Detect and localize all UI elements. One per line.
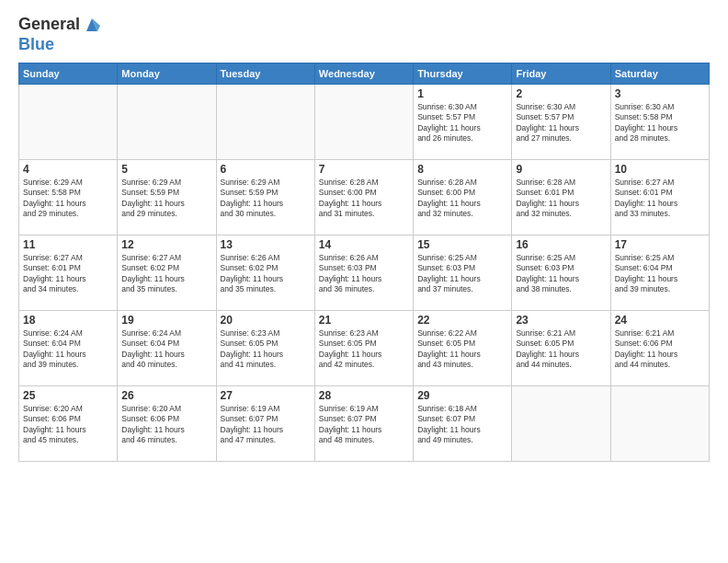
day-info: Sunrise: 6:20 AM Sunset: 6:06 PM Dayligh… xyxy=(121,404,211,446)
day-info: Sunrise: 6:18 AM Sunset: 6:07 PM Dayligh… xyxy=(417,404,507,446)
day-info: Sunrise: 6:30 AM Sunset: 5:57 PM Dayligh… xyxy=(516,102,606,144)
day-info: Sunrise: 6:27 AM Sunset: 6:01 PM Dayligh… xyxy=(23,253,113,295)
day-number: 17 xyxy=(615,238,705,251)
day-cell-27: 27Sunrise: 6:19 AM Sunset: 6:07 PM Dayli… xyxy=(216,385,314,461)
day-cell-9: 9Sunrise: 6:28 AM Sunset: 6:01 PM Daylig… xyxy=(512,159,610,235)
day-cell-13: 13Sunrise: 6:26 AM Sunset: 6:02 PM Dayli… xyxy=(216,235,314,310)
weekday-header-thursday: Thursday xyxy=(414,63,512,84)
day-cell-28: 28Sunrise: 6:19 AM Sunset: 6:07 PM Dayli… xyxy=(314,385,413,461)
weekday-header-monday: Monday xyxy=(118,63,216,84)
day-info: Sunrise: 6:28 AM Sunset: 6:00 PM Dayligh… xyxy=(319,178,409,220)
day-number: 14 xyxy=(319,238,409,251)
day-number: 15 xyxy=(417,238,507,251)
day-number: 20 xyxy=(221,314,311,327)
day-info: Sunrise: 6:20 AM Sunset: 6:06 PM Dayligh… xyxy=(23,404,113,446)
day-info: Sunrise: 6:25 AM Sunset: 6:03 PM Dayligh… xyxy=(516,253,606,295)
day-number: 27 xyxy=(221,389,311,402)
day-cell-23: 23Sunrise: 6:21 AM Sunset: 6:05 PM Dayli… xyxy=(512,310,610,385)
day-number: 21 xyxy=(319,314,409,327)
day-cell-2: 2Sunrise: 6:30 AM Sunset: 5:57 PM Daylig… xyxy=(512,84,610,159)
day-info: Sunrise: 6:23 AM Sunset: 6:05 PM Dayligh… xyxy=(319,328,409,371)
day-cell-16: 16Sunrise: 6:25 AM Sunset: 6:03 PM Dayli… xyxy=(512,235,610,310)
day-number: 25 xyxy=(23,389,113,402)
day-info: Sunrise: 6:28 AM Sunset: 6:00 PM Dayligh… xyxy=(417,178,507,220)
day-cell-11: 11Sunrise: 6:27 AM Sunset: 6:01 PM Dayli… xyxy=(19,235,118,310)
day-number: 28 xyxy=(319,389,409,402)
day-info: Sunrise: 6:27 AM Sunset: 6:01 PM Dayligh… xyxy=(615,178,705,220)
calendar-table: SundayMondayTuesdayWednesdayThursdayFrid… xyxy=(18,63,710,462)
logo-icon xyxy=(82,15,102,35)
day-number: 9 xyxy=(516,163,606,176)
day-cell-3: 3Sunrise: 6:30 AM Sunset: 5:58 PM Daylig… xyxy=(610,84,709,159)
day-info: Sunrise: 6:26 AM Sunset: 6:03 PM Dayligh… xyxy=(319,253,409,295)
empty-cell xyxy=(19,84,118,159)
day-info: Sunrise: 6:28 AM Sunset: 6:01 PM Dayligh… xyxy=(516,178,606,220)
day-cell-24: 24Sunrise: 6:21 AM Sunset: 6:06 PM Dayli… xyxy=(610,310,709,385)
day-info: Sunrise: 6:26 AM Sunset: 6:02 PM Dayligh… xyxy=(221,253,311,295)
page: General Blue SundayMondayTuesdayWednesda… xyxy=(0,0,728,563)
day-info: Sunrise: 6:30 AM Sunset: 5:58 PM Dayligh… xyxy=(615,102,705,144)
day-cell-1: 1Sunrise: 6:30 AM Sunset: 5:57 PM Daylig… xyxy=(414,84,512,159)
day-number: 18 xyxy=(23,314,113,327)
day-info: Sunrise: 6:29 AM Sunset: 5:58 PM Dayligh… xyxy=(23,178,113,220)
empty-cell xyxy=(512,385,610,461)
day-info: Sunrise: 6:24 AM Sunset: 6:04 PM Dayligh… xyxy=(23,328,113,371)
day-number: 19 xyxy=(121,314,211,327)
week-row-1: 1Sunrise: 6:30 AM Sunset: 5:57 PM Daylig… xyxy=(19,84,710,159)
day-info: Sunrise: 6:23 AM Sunset: 6:05 PM Dayligh… xyxy=(221,328,311,371)
day-info: Sunrise: 6:25 AM Sunset: 6:04 PM Dayligh… xyxy=(615,253,705,295)
week-row-2: 4Sunrise: 6:29 AM Sunset: 5:58 PM Daylig… xyxy=(19,159,710,235)
weekday-header-sunday: Sunday xyxy=(19,63,118,84)
day-number: 10 xyxy=(615,163,705,176)
day-cell-18: 18Sunrise: 6:24 AM Sunset: 6:04 PM Dayli… xyxy=(19,310,118,385)
day-info: Sunrise: 6:25 AM Sunset: 6:03 PM Dayligh… xyxy=(417,253,507,295)
day-cell-19: 19Sunrise: 6:24 AM Sunset: 6:04 PM Dayli… xyxy=(118,310,216,385)
day-info: Sunrise: 6:30 AM Sunset: 5:57 PM Dayligh… xyxy=(417,102,507,144)
day-cell-21: 21Sunrise: 6:23 AM Sunset: 6:05 PM Dayli… xyxy=(314,310,413,385)
day-info: Sunrise: 6:24 AM Sunset: 6:04 PM Dayligh… xyxy=(121,328,211,371)
day-cell-17: 17Sunrise: 6:25 AM Sunset: 6:04 PM Dayli… xyxy=(610,235,709,310)
day-info: Sunrise: 6:29 AM Sunset: 5:59 PM Dayligh… xyxy=(221,178,311,220)
logo: General Blue xyxy=(18,15,102,55)
day-cell-10: 10Sunrise: 6:27 AM Sunset: 6:01 PM Dayli… xyxy=(610,159,709,235)
empty-cell xyxy=(610,385,709,461)
day-number: 24 xyxy=(615,314,705,327)
day-info: Sunrise: 6:19 AM Sunset: 6:07 PM Dayligh… xyxy=(319,404,409,446)
day-cell-5: 5Sunrise: 6:29 AM Sunset: 5:59 PM Daylig… xyxy=(118,159,216,235)
empty-cell xyxy=(118,84,216,159)
day-cell-25: 25Sunrise: 6:20 AM Sunset: 6:06 PM Dayli… xyxy=(19,385,118,461)
weekday-header-saturday: Saturday xyxy=(610,63,709,84)
weekday-header-wednesday: Wednesday xyxy=(314,63,413,84)
weekday-header-row: SundayMondayTuesdayWednesdayThursdayFrid… xyxy=(19,63,710,84)
day-info: Sunrise: 6:27 AM Sunset: 6:02 PM Dayligh… xyxy=(121,253,211,295)
day-number: 11 xyxy=(23,238,113,251)
day-number: 8 xyxy=(417,163,507,176)
day-cell-29: 29Sunrise: 6:18 AM Sunset: 6:07 PM Dayli… xyxy=(414,385,512,461)
week-row-4: 18Sunrise: 6:24 AM Sunset: 6:04 PM Dayli… xyxy=(19,310,710,385)
day-number: 13 xyxy=(221,238,311,251)
day-number: 16 xyxy=(516,238,606,251)
day-number: 2 xyxy=(516,87,606,100)
day-cell-8: 8Sunrise: 6:28 AM Sunset: 6:00 PM Daylig… xyxy=(414,159,512,235)
logo-text: General Blue xyxy=(18,15,102,55)
day-number: 6 xyxy=(221,163,311,176)
weekday-header-tuesday: Tuesday xyxy=(216,63,314,84)
day-number: 12 xyxy=(121,238,211,251)
day-info: Sunrise: 6:22 AM Sunset: 6:05 PM Dayligh… xyxy=(417,328,507,371)
empty-cell xyxy=(216,84,314,159)
day-number: 5 xyxy=(121,163,211,176)
day-number: 23 xyxy=(516,314,606,327)
day-cell-4: 4Sunrise: 6:29 AM Sunset: 5:58 PM Daylig… xyxy=(19,159,118,235)
header: General Blue xyxy=(18,15,710,55)
day-info: Sunrise: 6:29 AM Sunset: 5:59 PM Dayligh… xyxy=(121,178,211,220)
day-info: Sunrise: 6:21 AM Sunset: 6:06 PM Dayligh… xyxy=(615,328,705,371)
day-number: 3 xyxy=(615,87,705,100)
day-cell-26: 26Sunrise: 6:20 AM Sunset: 6:06 PM Dayli… xyxy=(118,385,216,461)
day-number: 29 xyxy=(417,389,507,402)
logo-blue: Blue xyxy=(18,35,102,55)
day-cell-6: 6Sunrise: 6:29 AM Sunset: 5:59 PM Daylig… xyxy=(216,159,314,235)
week-row-3: 11Sunrise: 6:27 AM Sunset: 6:01 PM Dayli… xyxy=(19,235,710,310)
empty-cell xyxy=(314,84,413,159)
day-cell-15: 15Sunrise: 6:25 AM Sunset: 6:03 PM Dayli… xyxy=(414,235,512,310)
weekday-header-friday: Friday xyxy=(512,63,610,84)
